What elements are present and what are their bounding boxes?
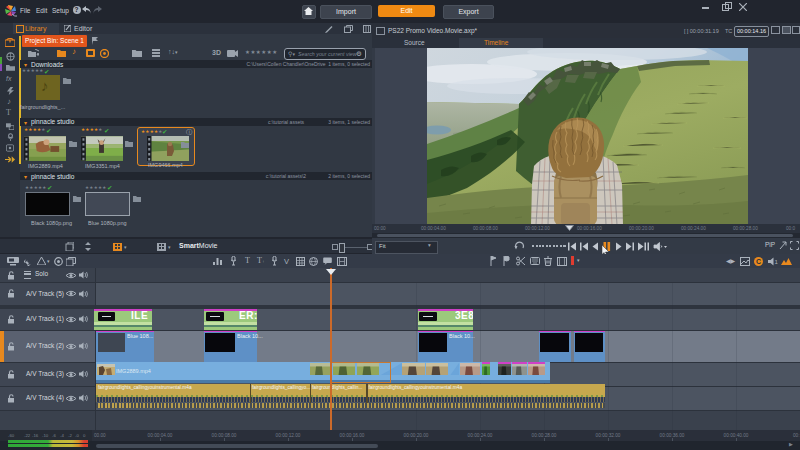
svg-text:1: 1 <box>775 259 779 265</box>
